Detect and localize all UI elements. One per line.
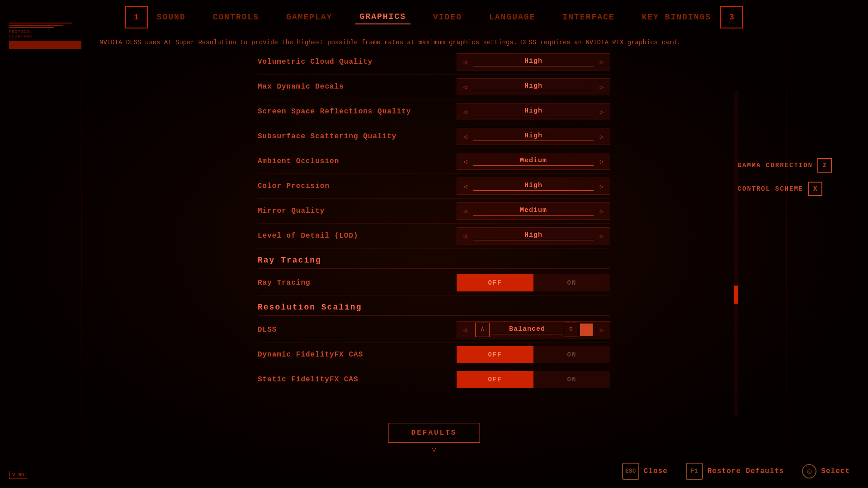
select-action[interactable]: ◎ Select xyxy=(802,464,850,479)
setting-row-dlss: DLSS ◁ A Balanced D ▷ xyxy=(258,318,610,343)
toggle-on-dynamic-cas[interactable]: ON xyxy=(533,346,610,363)
toggle-off-ray-tracing[interactable]: OFF xyxy=(457,274,533,291)
setting-value-subsurface: High xyxy=(473,132,594,141)
setting-row-lod: Level of Detail (LOD) ◁ High ▷ xyxy=(258,224,610,249)
setting-row-static-cas: Static FidelityFX CAS OFF ON xyxy=(258,367,610,392)
scroll-thumb[interactable] xyxy=(734,286,738,304)
right-border-line xyxy=(786,0,787,488)
setting-label-mirror-quality: Mirror Quality xyxy=(258,207,402,215)
arrow-left-max-dynamic-decals[interactable]: ◁ xyxy=(457,78,473,95)
toggle-ray-tracing: OFF ON xyxy=(457,274,610,291)
arrow-left-lod[interactable]: ◁ xyxy=(457,227,473,244)
setting-label-ambient-occlusion: Ambient Occlusion xyxy=(258,157,402,165)
scroll-track[interactable] xyxy=(734,90,738,416)
arrow-left-ambient-occlusion[interactable]: ◁ xyxy=(457,153,473,170)
select-label: Select xyxy=(821,467,850,475)
arrow-right-ambient-occlusion[interactable]: ▷ xyxy=(594,153,610,170)
arrow-left-color-precision[interactable]: ◁ xyxy=(457,178,473,195)
toggle-dynamic-cas: OFF ON xyxy=(457,346,610,363)
nav-item-key-bindings[interactable]: KEY BINDINGS xyxy=(637,10,716,24)
setting-row-subsurface: Subsurface Scattering Quality ◁ High ▷ xyxy=(258,124,610,149)
setting-label-dlss: DLSS xyxy=(258,326,402,334)
toggle-off-dynamic-cas[interactable]: OFF xyxy=(457,346,533,363)
arrow-right-max-dynamic-decals[interactable]: ▷ xyxy=(594,78,610,95)
setting-value-dlss: Balanced xyxy=(491,325,563,334)
setting-control-max-dynamic-decals: ◁ High ▷ xyxy=(457,78,610,95)
arrow-right-lod[interactable]: ▷ xyxy=(594,227,610,244)
setting-value-lod: High xyxy=(473,231,594,240)
control-scheme-label: CONTROL SCHEME xyxy=(738,185,804,192)
setting-value-screen-space: High xyxy=(473,107,594,116)
arrow-right-mirror-quality[interactable]: ▷ xyxy=(594,202,610,220)
nav-item-controls[interactable]: CONTROLS xyxy=(208,10,264,24)
arrow-left-subsurface[interactable]: ◁ xyxy=(457,128,473,145)
setting-label-lod: Level of Detail (LOD) xyxy=(258,232,402,240)
setting-value-ambient-occlusion: Medium xyxy=(473,157,594,166)
setting-control-screen-space: ◁ High ▷ xyxy=(457,103,610,120)
nav-item-gameplay[interactable]: GAMEPLAY xyxy=(282,10,337,24)
main-content: Volumetric Cloud Quality ◁ High ▷ Max Dy… xyxy=(136,50,732,452)
setting-row-screen-space: Screen Space Reflections Quality ◁ High … xyxy=(258,99,610,124)
nav-item-sound[interactable]: SOUND xyxy=(152,10,190,24)
gamma-correction-control[interactable]: GAMMA CORRECTION Z xyxy=(738,158,832,173)
arrow-right-volumetric-cloud[interactable]: ▷ xyxy=(594,53,610,70)
dlss-icon xyxy=(580,324,593,336)
dlss-control: ◁ A Balanced D ▷ xyxy=(457,321,610,338)
setting-label-static-cas: Static FidelityFX CAS xyxy=(258,375,402,384)
close-action[interactable]: ESC Close xyxy=(622,463,668,480)
setting-row-max-dynamic-decals: Max Dynamic Decals ◁ High ▷ xyxy=(258,75,610,99)
section-header-resolution-scaling: Resolution Scaling xyxy=(258,296,610,316)
settings-panel: Volumetric Cloud Quality ◁ High ▷ Max Dy… xyxy=(258,50,610,392)
setting-row-dynamic-cas: Dynamic FidelityFX CAS OFF ON xyxy=(258,343,610,367)
top-navigation: 1 SOUND CONTROLS GAMEPLAY GRAPHICS VIDEO… xyxy=(0,0,868,34)
arrow-left-dlss[interactable]: ◁ xyxy=(457,321,473,338)
nav-item-interface[interactable]: INTERFACE xyxy=(558,10,619,24)
control-scheme-control[interactable]: CONTROL SCHEME X xyxy=(738,182,832,196)
setting-label-volumetric-cloud: Volumetric Cloud Quality xyxy=(258,58,402,66)
setting-row-ambient-occlusion: Ambient Occlusion ◁ Medium ▷ xyxy=(258,149,610,174)
setting-control-subsurface: ◁ High ▷ xyxy=(457,128,610,145)
arrow-right-screen-space[interactable]: ▷ xyxy=(594,103,610,120)
section-header-ray-tracing: Ray Tracing xyxy=(258,249,610,269)
setting-value-max-dynamic-decals: High xyxy=(473,82,594,91)
setting-label-max-dynamic-decals: Max Dynamic Decals xyxy=(258,83,402,91)
setting-row-volumetric-cloud: Volumetric Cloud Quality ◁ High ▷ xyxy=(258,50,610,75)
restore-key-badge: F1 xyxy=(686,463,703,480)
setting-label-dynamic-cas: Dynamic FidelityFX CAS xyxy=(258,351,402,359)
arrow-right-dlss[interactable]: ▷ xyxy=(594,321,610,338)
select-icon: ◎ xyxy=(802,464,816,479)
setting-control-ambient-occlusion: ◁ Medium ▷ xyxy=(457,153,610,170)
setting-value-mirror-quality: Medium xyxy=(473,206,594,216)
arrow-right-color-precision[interactable]: ▷ xyxy=(594,178,610,195)
arrow-right-subsurface[interactable]: ▷ xyxy=(594,128,610,145)
setting-label-ray-tracing: Ray Tracing xyxy=(258,279,402,287)
defaults-button[interactable]: DEFAULTS xyxy=(388,423,480,443)
nav-item-video[interactable]: VIDEO xyxy=(429,10,467,24)
arrow-left-volumetric-cloud[interactable]: ◁ xyxy=(457,53,473,70)
arrow-left-screen-space[interactable]: ◁ xyxy=(457,103,473,120)
nav-item-language[interactable]: LANGUAGE xyxy=(485,10,540,24)
toggle-static-cas: OFF ON xyxy=(457,371,610,388)
setting-control-color-precision: ◁ High ▷ xyxy=(457,178,610,195)
logo-bar xyxy=(9,41,81,49)
setting-value-volumetric-cloud: High xyxy=(473,57,594,66)
close-label: Close xyxy=(644,467,668,475)
info-bar: NVIDIA DLSS uses AI Super Resolution to … xyxy=(90,34,778,52)
setting-label-screen-space: Screen Space Reflections Quality xyxy=(258,108,411,116)
restore-defaults-action[interactable]: F1 Restore Defaults xyxy=(686,463,784,480)
right-panel: GAMMA CORRECTION Z CONTROL SCHEME X xyxy=(738,158,832,205)
arrow-left-mirror-quality[interactable]: ◁ xyxy=(457,202,473,220)
setting-value-color-precision: High xyxy=(473,182,594,191)
nav-item-graphics[interactable]: GRAPHICS xyxy=(355,10,410,24)
toggle-off-static-cas[interactable]: OFF xyxy=(457,371,533,388)
dlss-a-key-badge: A xyxy=(475,323,490,337)
toggle-on-static-cas[interactable]: ON xyxy=(533,371,610,388)
toggle-on-ray-tracing[interactable]: ON xyxy=(533,274,610,291)
restore-label: Restore Defaults xyxy=(708,467,784,475)
bottom-bar: ESC Close F1 Restore Defaults ◎ Select xyxy=(0,454,868,488)
left-border-line xyxy=(81,0,82,488)
dlss-d-key-badge: D xyxy=(564,323,578,337)
control-scheme-key: X xyxy=(808,182,822,196)
close-key-badge: ESC xyxy=(622,463,639,480)
setting-label-color-precision: Color Precision xyxy=(258,182,402,190)
